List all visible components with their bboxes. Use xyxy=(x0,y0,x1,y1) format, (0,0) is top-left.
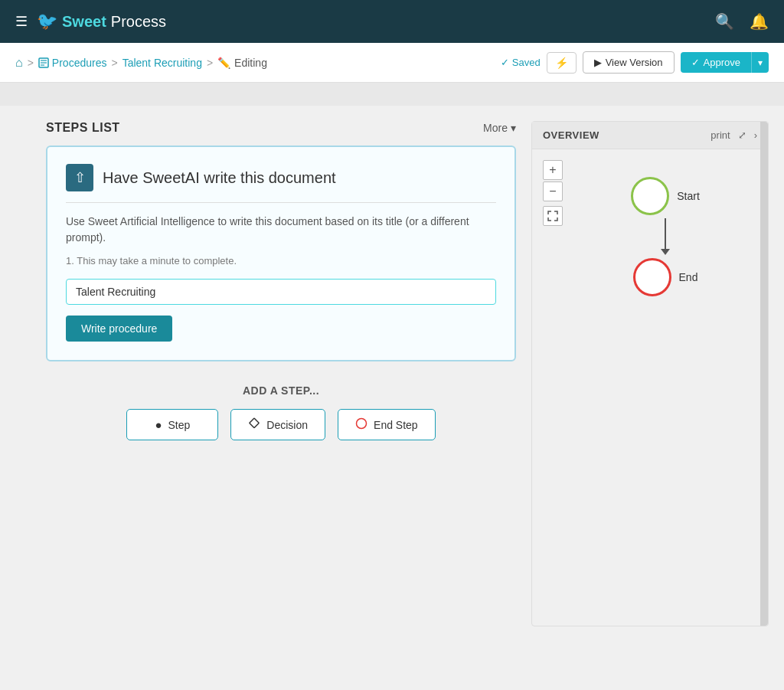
decision-icon xyxy=(248,417,260,432)
breadcrumb-editing: ✏️ Editing xyxy=(217,57,267,69)
approve-dropdown-button[interactable]: ▾ xyxy=(751,52,769,73)
editing-label: Editing xyxy=(234,57,267,69)
saved-label: Saved xyxy=(512,57,541,68)
view-version-label: View Version xyxy=(606,57,663,68)
navbar-right: 🔍 🔔 xyxy=(715,12,769,31)
add-step-section: ADD A STEP... ● Step Decision xyxy=(46,384,516,440)
breadcrumb-sep-1: > xyxy=(28,57,34,69)
add-decision-button[interactable]: Decision xyxy=(230,409,325,440)
more-label: More xyxy=(483,122,508,134)
sweetai-note: 1. This may take a minute to complete. xyxy=(66,255,496,267)
breadcrumb-sep-2: > xyxy=(111,57,117,69)
hamburger-icon[interactable]: ☰ xyxy=(15,13,28,30)
main-content: STEPS LIST More ▾ ⇧ Have SweetAI write t… xyxy=(0,106,784,642)
start-label: Start xyxy=(677,190,700,202)
saved-badge: ✓ Saved xyxy=(501,57,541,68)
breadcrumb-sep-3: > xyxy=(207,57,213,69)
end-node xyxy=(633,258,671,296)
bird-icon: 🐦 xyxy=(37,11,57,31)
svg-point-5 xyxy=(357,419,367,429)
steps-list-title: STEPS LIST xyxy=(46,121,120,135)
bell-icon[interactable]: 🔔 xyxy=(750,12,769,31)
zoom-out-button[interactable]: − xyxy=(543,181,563,201)
fit-button[interactable] xyxy=(543,206,563,226)
lightning-button[interactable]: ⚡ xyxy=(547,52,577,74)
add-step-label: ADD A STEP... xyxy=(46,384,516,397)
sweetai-title: Have SweetAI write this document xyxy=(103,169,336,187)
chevron-right-icon[interactable]: › xyxy=(754,129,757,141)
navbar: ☰ 🐦 SweetProcess 🔍 🔔 xyxy=(0,0,784,43)
talent-recruiting-label: Talent Recruiting xyxy=(122,57,202,69)
print-button[interactable]: print xyxy=(710,129,730,141)
overview-panel: OVERVIEW print ⤢ › + − xyxy=(531,121,769,626)
search-icon[interactable]: 🔍 xyxy=(715,12,734,31)
add-end-step-button[interactable]: End Step xyxy=(338,409,436,440)
breadcrumb-procedures[interactable]: Procedures xyxy=(38,57,107,69)
more-button[interactable]: More ▾ xyxy=(483,122,516,134)
approve-check-icon: ✓ xyxy=(691,57,700,68)
end-node-row: End xyxy=(633,258,698,296)
overview-actions: print ⤢ › xyxy=(710,129,757,141)
steps-list-header: STEPS LIST More ▾ xyxy=(46,121,516,135)
arrow-line xyxy=(665,218,666,249)
flow-diagram: Start End xyxy=(544,162,756,312)
sweetai-icon: ⇧ xyxy=(66,164,93,191)
svg-rect-4 xyxy=(250,418,260,428)
overview-body: + − Start xyxy=(532,149,768,324)
write-procedure-button[interactable]: Write procedure xyxy=(66,316,172,342)
add-step-button[interactable]: ● Step xyxy=(126,409,218,440)
start-node-row: Start xyxy=(631,177,700,215)
step-btn-label: Step xyxy=(168,419,190,431)
brand-sweet: Sweet xyxy=(62,13,106,31)
brand-logo: 🐦 SweetProcess xyxy=(37,11,166,31)
decision-btn-label: Decision xyxy=(266,419,308,431)
play-icon: ▶ xyxy=(594,57,602,68)
zoom-controls: + − xyxy=(543,160,563,226)
breadcrumb-actions: ✓ Saved ⚡ ▶ View Version ✓ Approve ▾ xyxy=(501,51,769,74)
check-icon: ✓ xyxy=(501,57,509,68)
procedures-icon xyxy=(38,57,49,68)
overview-title: OVERVIEW xyxy=(543,129,599,141)
end-label: End xyxy=(679,271,698,283)
fit-icon xyxy=(547,211,558,221)
sweetai-card: ⇧ Have SweetAI write this document Use S… xyxy=(46,146,516,361)
procedures-label: Procedures xyxy=(52,57,107,69)
step-icon: ● xyxy=(155,418,162,431)
view-version-button[interactable]: ▶ View Version xyxy=(583,51,675,74)
overview-header: OVERVIEW print ⤢ › xyxy=(532,122,768,149)
approve-button[interactable]: ✓ Approve xyxy=(681,52,751,73)
edit-icon: ✏️ xyxy=(217,57,230,69)
home-icon[interactable]: ⌂ xyxy=(15,56,23,70)
start-node xyxy=(631,177,669,215)
brand-process: Process xyxy=(111,13,166,31)
sweetai-prompt-input[interactable] xyxy=(66,279,496,305)
navbar-left: ☰ 🐦 SweetProcess xyxy=(15,11,166,31)
step-buttons: ● Step Decision xyxy=(46,409,516,440)
sweetai-description: Use Sweet Artificial Intelligence to wri… xyxy=(66,214,496,246)
chevron-down-icon: ▾ xyxy=(511,122,516,134)
scrollbar[interactable] xyxy=(760,122,768,626)
breadcrumb: ⌂ > Procedures > Talent Recruiting > ✏️ … xyxy=(15,56,267,70)
expand-icon[interactable]: ⤢ xyxy=(738,129,746,141)
breadcrumb-talent-recruiting[interactable]: Talent Recruiting xyxy=(122,57,202,69)
arrow-head xyxy=(661,249,670,255)
flow-arrow xyxy=(661,215,670,258)
gray-separator xyxy=(0,83,784,106)
end-step-icon xyxy=(355,417,368,432)
sweetai-card-header: ⇧ Have SweetAI write this document xyxy=(66,164,496,203)
approve-label: Approve xyxy=(704,57,740,68)
end-step-btn-label: End Step xyxy=(374,419,418,431)
approve-group: ✓ Approve ▾ xyxy=(681,52,769,73)
left-panel: STEPS LIST More ▾ ⇧ Have SweetAI write t… xyxy=(46,121,516,626)
zoom-in-button[interactable]: + xyxy=(543,160,563,180)
breadcrumb-bar: ⌂ > Procedures > Talent Recruiting > ✏️ … xyxy=(0,43,784,83)
